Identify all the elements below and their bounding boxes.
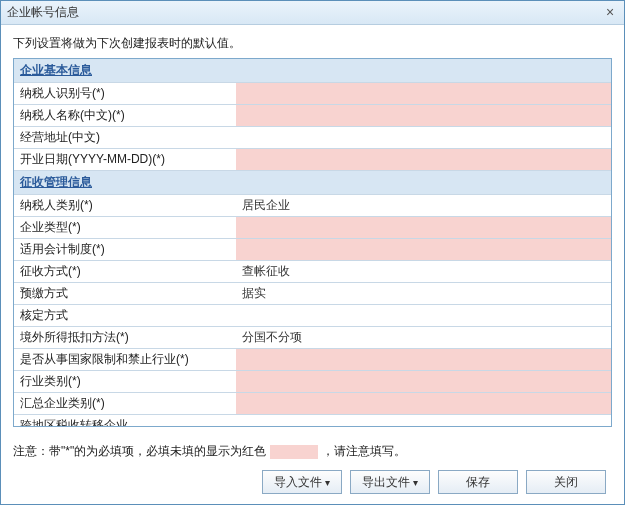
row-overseas: 境外所得抵扣方法(*)分国不分项 bbox=[14, 327, 611, 349]
titlebar: 企业帐号信息 × bbox=[1, 1, 624, 25]
value-open-date[interactable] bbox=[236, 149, 611, 171]
import-button[interactable]: 导入文件▾ bbox=[262, 470, 342, 494]
row-enterprise-type: 企业类型(*) bbox=[14, 217, 611, 239]
window-title: 企业帐号信息 bbox=[7, 4, 602, 21]
dialog-window: 企业帐号信息 × 下列设置将做为下次创建报表时的默认值。 企业基本信息 纳税人识… bbox=[0, 0, 625, 505]
required-color-swatch bbox=[270, 445, 318, 459]
value-enterprise-type[interactable] bbox=[236, 217, 611, 239]
row-cross-region: 跨地区税收转移企业 bbox=[14, 415, 611, 428]
form-table-wrap: 企业基本信息 纳税人识别号(*) 纳税人名称(中文)(*) 经营地址(中文) 开… bbox=[13, 58, 612, 427]
value-taxpayer-type[interactable]: 居民企业 bbox=[236, 195, 611, 217]
label-enterprise-type: 企业类型(*) bbox=[14, 217, 236, 239]
row-taxpayer-type: 纳税人类别(*)居民企业 bbox=[14, 195, 611, 217]
chevron-down-icon: ▾ bbox=[325, 477, 330, 488]
row-business-addr: 经营地址(中文) bbox=[14, 127, 611, 149]
value-taxpayer-name[interactable] bbox=[236, 105, 611, 127]
export-button[interactable]: 导出文件▾ bbox=[350, 470, 430, 494]
row-prepay-method: 预缴方式据实 bbox=[14, 283, 611, 305]
label-open-date: 开业日期(YYYY-MM-DD)(*) bbox=[14, 149, 236, 171]
save-label: 保存 bbox=[466, 474, 490, 491]
value-restricted[interactable] bbox=[236, 349, 611, 371]
form-table: 企业基本信息 纳税人识别号(*) 纳税人名称(中文)(*) 经营地址(中文) 开… bbox=[14, 59, 611, 427]
chevron-down-icon: ▾ bbox=[413, 477, 418, 488]
label-overseas: 境外所得抵扣方法(*) bbox=[14, 327, 236, 349]
value-business-addr[interactable] bbox=[236, 127, 611, 149]
label-restricted: 是否从事国家限制和禁止行业(*) bbox=[14, 349, 236, 371]
row-taxpayer-name: 纳税人名称(中文)(*) bbox=[14, 105, 611, 127]
value-industry[interactable] bbox=[236, 371, 611, 393]
close-icon[interactable]: × bbox=[602, 5, 618, 21]
label-accounting: 适用会计制度(*) bbox=[14, 239, 236, 261]
close-button[interactable]: 关闭 bbox=[526, 470, 606, 494]
hint-text: 下列设置将做为下次创建报表时的默认值。 bbox=[13, 35, 612, 52]
row-summary-type: 汇总企业类别(*) bbox=[14, 393, 611, 415]
row-verify-method: 核定方式 bbox=[14, 305, 611, 327]
row-open-date: 开业日期(YYYY-MM-DD)(*) bbox=[14, 149, 611, 171]
value-verify-method[interactable] bbox=[236, 305, 611, 327]
button-row: 导入文件▾ 导出文件▾ 保存 关闭 bbox=[13, 470, 612, 494]
save-button[interactable]: 保存 bbox=[438, 470, 518, 494]
value-collect-method[interactable]: 查帐征收 bbox=[236, 261, 611, 283]
label-cross-region: 跨地区税收转移企业 bbox=[14, 415, 236, 428]
section-basic-label: 企业基本信息 bbox=[14, 59, 611, 83]
footer: 注意：带"*"的为必填项，必填未填的显示为红色 ，请注意填写。 导入文件▾ 导出… bbox=[13, 427, 612, 496]
content-area: 下列设置将做为下次创建报表时的默认值。 企业基本信息 纳税人识别号(*) 纳税人… bbox=[1, 25, 624, 504]
label-business-addr: 经营地址(中文) bbox=[14, 127, 236, 149]
section-collect[interactable]: 征收管理信息 bbox=[14, 171, 611, 195]
label-taxpayer-type: 纳税人类别(*) bbox=[14, 195, 236, 217]
value-summary-type[interactable] bbox=[236, 393, 611, 415]
value-accounting[interactable] bbox=[236, 239, 611, 261]
export-label: 导出文件 bbox=[362, 474, 410, 491]
label-summary-type: 汇总企业类别(*) bbox=[14, 393, 236, 415]
value-cross-region[interactable] bbox=[236, 415, 611, 428]
row-industry: 行业类别(*) bbox=[14, 371, 611, 393]
label-taxpayer-name: 纳税人名称(中文)(*) bbox=[14, 105, 236, 127]
label-collect-method: 征收方式(*) bbox=[14, 261, 236, 283]
label-prepay-method: 预缴方式 bbox=[14, 283, 236, 305]
row-collect-method: 征收方式(*)查帐征收 bbox=[14, 261, 611, 283]
value-prepay-method[interactable]: 据实 bbox=[236, 283, 611, 305]
close-label: 关闭 bbox=[554, 474, 578, 491]
label-taxpayer-id: 纳税人识别号(*) bbox=[14, 83, 236, 105]
note-prefix: 注意：带"*"的为必填项，必填未填的显示为红色 bbox=[13, 443, 266, 460]
note-row: 注意：带"*"的为必填项，必填未填的显示为红色 ，请注意填写。 bbox=[13, 443, 612, 460]
value-overseas[interactable]: 分国不分项 bbox=[236, 327, 611, 349]
label-industry: 行业类别(*) bbox=[14, 371, 236, 393]
row-taxpayer-id: 纳税人识别号(*) bbox=[14, 83, 611, 105]
value-taxpayer-id[interactable] bbox=[236, 83, 611, 105]
row-accounting: 适用会计制度(*) bbox=[14, 239, 611, 261]
section-basic[interactable]: 企业基本信息 bbox=[14, 59, 611, 83]
section-collect-label: 征收管理信息 bbox=[14, 171, 611, 195]
import-label: 导入文件 bbox=[274, 474, 322, 491]
label-verify-method: 核定方式 bbox=[14, 305, 236, 327]
note-suffix: ，请注意填写。 bbox=[322, 443, 406, 460]
row-restricted: 是否从事国家限制和禁止行业(*) bbox=[14, 349, 611, 371]
